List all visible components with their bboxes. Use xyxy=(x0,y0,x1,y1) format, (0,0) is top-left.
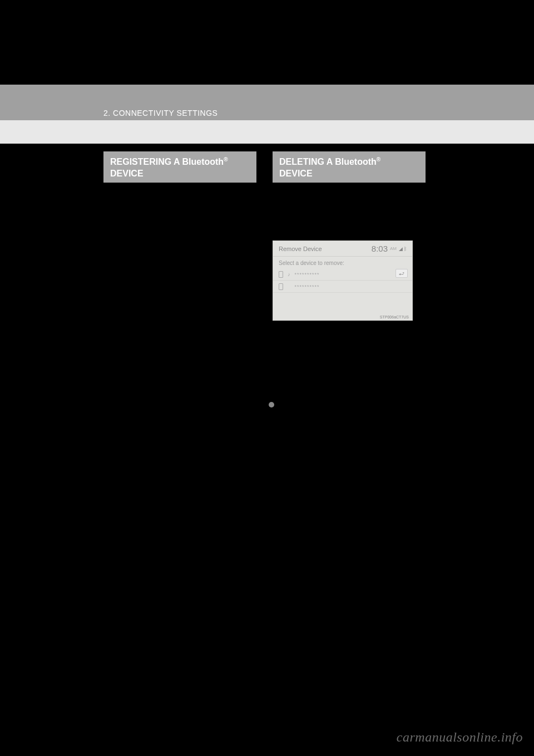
phone-icon xyxy=(279,271,283,278)
watermark-text: carmanualsonline.info xyxy=(397,730,523,745)
sub-header-bar xyxy=(0,120,534,144)
back-icon: ⮐ xyxy=(399,271,404,277)
device-name-2: ********** xyxy=(295,284,320,289)
signal-icon: ◢ xyxy=(399,246,403,252)
bluetooth-icon: ᛒ xyxy=(404,246,407,252)
section-heading-deleting: DELETING A Bluetooth® DEVICE xyxy=(273,151,426,183)
section-heading-registering: REGISTERING A Bluetooth® DEVICE xyxy=(103,151,256,183)
image-reference-label: STP006aCT7US xyxy=(380,315,409,319)
device-row-1[interactable]: ♪ ********** xyxy=(273,268,412,281)
device-row-2[interactable]: ♪ ********** xyxy=(273,281,412,293)
heading-text-suffix: DEVICE xyxy=(279,169,313,178)
clock-time: 8:03 xyxy=(372,244,388,253)
info-bullet-icon xyxy=(269,402,274,408)
heading-text-suffix: DEVICE xyxy=(110,169,144,178)
phone-icon xyxy=(279,283,283,290)
heading-text-prefix: DELETING A Bluetooth xyxy=(279,157,377,166)
manual-page: 2. CONNECTIVITY SETTINGS REGISTERING A B… xyxy=(0,0,534,756)
device-screenshot: Remove Device 8:03 AM ◢ ᛒ Select a devic… xyxy=(273,240,413,321)
status-icons: ◢ ᛒ xyxy=(399,246,407,252)
back-button[interactable]: ⮐ xyxy=(395,269,408,278)
screen-header: Remove Device 8:03 AM ◢ ᛒ xyxy=(273,241,412,257)
music-icon: ♪ xyxy=(288,272,290,277)
section-header: 2. CONNECTIVITY SETTINGS xyxy=(103,109,217,117)
screen-title: Remove Device xyxy=(279,246,322,252)
registered-mark: ® xyxy=(224,156,228,163)
clock-ampm: AM xyxy=(390,246,397,251)
device-name-1: ********** xyxy=(295,272,320,277)
registered-mark: ® xyxy=(377,156,380,163)
screen-subtitle: Select a device to remove: xyxy=(273,257,412,268)
time-group: 8:03 AM ◢ ᛒ xyxy=(372,244,407,253)
heading-text-prefix: REGISTERING A Bluetooth xyxy=(110,157,224,166)
